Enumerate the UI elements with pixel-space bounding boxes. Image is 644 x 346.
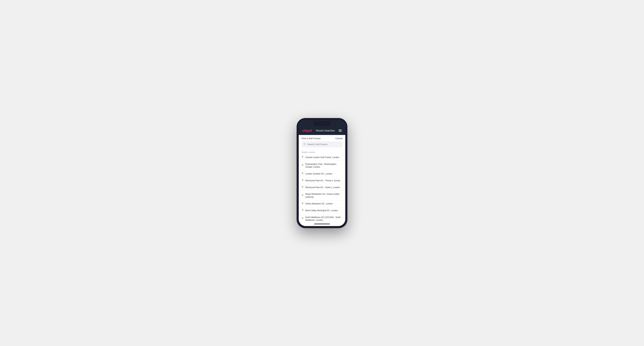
- pin-icon: [302, 202, 304, 205]
- phone-notch: [313, 121, 331, 126]
- course-name: Royal Wimbledon GC, Great London Authori…: [305, 193, 342, 199]
- pin-icon: [302, 217, 304, 220]
- home-indicator: [299, 222, 345, 226]
- list-item[interactable]: Richmond Park GC - Duke's, London: [299, 184, 345, 191]
- nearby-label: Nearby courses: [299, 150, 345, 154]
- pin-icon: [302, 179, 304, 182]
- cancel-button[interactable]: Cancel: [336, 137, 342, 140]
- search-area: Find a Golf Course Cancel: [299, 135, 345, 150]
- pin-icon: [302, 209, 304, 212]
- home-bar: [314, 224, 330, 224]
- list-item[interactable]: London Scottish GC, London: [299, 171, 345, 177]
- nearby-courses-section: Nearby courses Central London Golf Centr…: [299, 150, 345, 222]
- search-input[interactable]: [308, 143, 340, 146]
- list-item[interactable]: Roehampton Club - Roehampton, Greater Lo…: [299, 161, 345, 171]
- search-header: Find a Golf Course Cancel: [302, 137, 342, 140]
- course-name: Brent Valley Municipal GC, London: [305, 209, 338, 212]
- course-name: North Middlesex GC (1011942 - North Midd…: [305, 216, 342, 222]
- hamburger-menu-icon[interactable]: [339, 130, 342, 132]
- course-name: Roehampton Club - Roehampton, Greater Lo…: [305, 163, 342, 169]
- list-item[interactable]: Central London Golf Centre, London: [299, 154, 345, 161]
- search-icon: [304, 143, 306, 146]
- phone-frame: clippd Recent Searches Find a Golf Cours…: [296, 118, 348, 228]
- course-name: Richmond Park GC - Duke's, London: [305, 186, 340, 189]
- pin-icon: [302, 186, 304, 189]
- list-item[interactable]: Brent Valley Municipal GC, London: [299, 207, 345, 214]
- pin-icon: [302, 156, 304, 159]
- svg-line-1: [305, 144, 306, 145]
- course-name: Richmond Park GC - Prince's, Surrey: [305, 179, 340, 182]
- app-logo: clippd: [302, 129, 312, 133]
- course-name: London Scottish GC, London: [305, 173, 332, 175]
- phone-screen: clippd Recent Searches Find a Golf Cours…: [299, 120, 345, 226]
- pin-icon: [302, 194, 304, 197]
- course-name: Dukes Meadows GC, London: [305, 202, 333, 205]
- list-item[interactable]: Dukes Meadows GC, London: [299, 200, 345, 207]
- list-item[interactable]: Richmond Park GC - Prince's, Surrey: [299, 177, 345, 184]
- pin-icon: [302, 172, 304, 175]
- find-course-label: Find a Golf Course: [302, 137, 320, 140]
- search-input-wrapper: [302, 142, 342, 147]
- course-name: Central London Golf Centre, London: [305, 156, 339, 159]
- list-item[interactable]: North Middlesex GC (1011942 - North Midd…: [299, 214, 345, 222]
- list-item[interactable]: Royal Wimbledon GC, Great London Authori…: [299, 191, 345, 200]
- header-title: Recent Searches: [316, 129, 334, 132]
- pin-icon: [302, 164, 304, 167]
